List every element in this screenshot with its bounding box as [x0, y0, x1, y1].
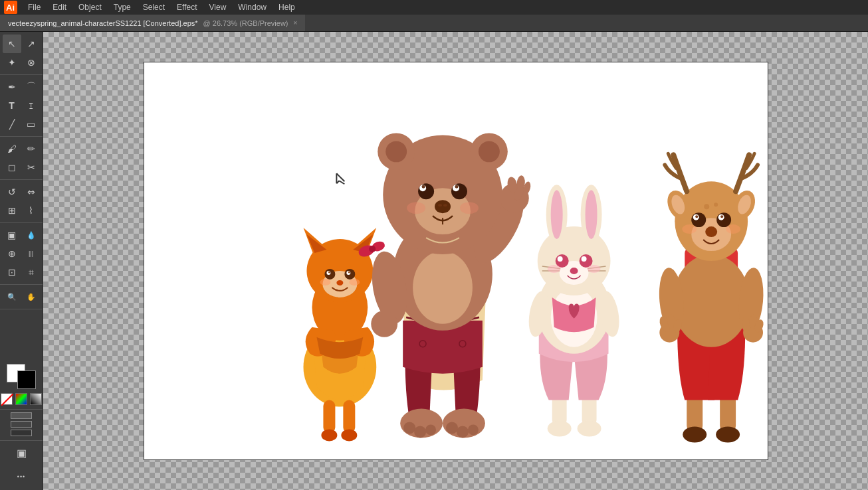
svg-point-68 — [577, 420, 601, 436]
stroke-swatch[interactable] — [17, 370, 36, 389]
menu-file[interactable]: File — [23, 1, 46, 13]
bar-graph-tool[interactable]: ||| — [22, 244, 41, 263]
scissors-tool[interactable]: ✂ — [22, 158, 41, 177]
magic-wand-tool[interactable]: ✦ — [3, 53, 21, 72]
svg-point-55 — [407, 202, 425, 214]
svg-point-61 — [425, 424, 436, 435]
svg-point-26 — [321, 429, 337, 441]
draw-normal[interactable] — [11, 412, 32, 419]
svg-point-122 — [695, 215, 698, 218]
artboard-tool[interactable]: ⊡ — [3, 263, 21, 282]
warp-tool[interactable]: ⌇ — [22, 201, 41, 220]
svg-point-13 — [369, 246, 376, 252]
menu-type[interactable]: Type — [108, 1, 136, 13]
gradient-tool[interactable]: ▣ — [3, 226, 21, 244]
svg-point-119 — [716, 212, 731, 227]
color-mode[interactable] — [15, 393, 27, 405]
pencil-tool[interactable]: ✏ — [22, 139, 41, 158]
rect-tool[interactable]: ▭ — [22, 115, 41, 133]
view-tools-group: 🔍 ✋ — [0, 287, 43, 309]
svg-point-85 — [570, 268, 578, 274]
svg-point-60 — [414, 426, 426, 438]
menu-help[interactable]: Help — [273, 1, 300, 13]
svg-point-59 — [403, 422, 415, 434]
menu-edit[interactable]: Edit — [47, 1, 72, 13]
document-tab[interactable]: vecteezyspring_animal-characterSS1221 [C… — [0, 15, 306, 31]
special-tools-group: ▣ 💧 ⊕ ||| ⊡ ⌗ — [0, 226, 43, 285]
curvature-tool[interactable]: ⌒ — [22, 78, 41, 96]
menu-window[interactable]: Window — [233, 1, 272, 13]
paintbrush-tool[interactable]: 🖌 — [3, 139, 21, 158]
draw-inside[interactable] — [11, 430, 32, 436]
svg-point-93 — [716, 426, 740, 442]
svg-point-125 — [682, 224, 697, 234]
svg-point-52 — [435, 200, 451, 213]
svg-point-56 — [459, 202, 478, 214]
blend-tool[interactable]: ⊕ — [3, 244, 21, 263]
menu-object[interactable]: Object — [73, 1, 107, 13]
menu-view[interactable]: View — [204, 1, 232, 13]
svg-point-64 — [467, 424, 478, 435]
reflect-tool[interactable]: ⇔ — [22, 183, 41, 201]
svg-point-124 — [705, 226, 717, 237]
slice-tool[interactable]: ⌗ — [22, 263, 41, 282]
lasso-tool[interactable]: ⊗ — [22, 53, 41, 72]
svg-point-44 — [478, 141, 499, 162]
menu-select[interactable]: Select — [138, 1, 170, 13]
none-swatch[interactable] — [1, 393, 13, 405]
tab-bar: vecteezyspring_animal-characterSS1221 [C… — [0, 15, 868, 32]
svg-point-63 — [456, 426, 468, 438]
more-tools-button[interactable]: ••• — [12, 467, 31, 486]
svg-point-118 — [691, 212, 706, 227]
canvas-area[interactable] — [43, 32, 868, 490]
touch-type-tool[interactable]: T̲ — [22, 96, 41, 115]
svg-point-83 — [557, 256, 562, 262]
tab-zoom-mode: @ 26.73% (RGB/Preview) — [203, 19, 288, 27]
svg-point-31 — [413, 251, 473, 324]
main-area: ↖ ↗ ✦ ⊗ ✒ ⌒ T T̲ ╱ ▭ 🖌 — [0, 32, 868, 490]
svg-point-33 — [371, 311, 397, 337]
svg-point-62 — [446, 422, 458, 434]
illustration — [144, 62, 768, 459]
svg-point-126 — [726, 224, 740, 234]
svg-point-87 — [587, 265, 600, 273]
svg-point-101 — [673, 254, 750, 347]
svg-rect-24 — [323, 400, 335, 434]
scale-tool[interactable]: ⊞ — [3, 201, 21, 220]
menu-bar: Ai File Edit Object Type Select Effect V… — [0, 0, 868, 15]
tab-close-button[interactable]: × — [294, 19, 298, 27]
zoom-tool[interactable]: 🔍 — [3, 287, 21, 306]
hand-tool[interactable]: ✋ — [22, 287, 41, 306]
transform-tools-group: ↺ ⇔ ⊞ ⌇ — [0, 183, 43, 223]
svg-rect-25 — [343, 400, 355, 434]
color-swatches — [0, 361, 43, 439]
menu-effect[interactable]: Effect — [171, 1, 202, 13]
tab-filename: vecteezyspring_animal-characterSS1221 [C… — [8, 19, 198, 27]
svg-point-50 — [421, 185, 425, 189]
svg-point-22 — [320, 279, 330, 286]
eraser-tool[interactable]: ◻ — [3, 158, 21, 177]
artboard — [144, 62, 768, 460]
rotate-tool[interactable]: ↺ — [3, 183, 21, 201]
svg-line-2 — [1, 394, 13, 406]
svg-point-75 — [585, 190, 597, 239]
draw-behind[interactable] — [11, 421, 32, 428]
gradient-mode[interactable] — [30, 393, 42, 405]
direct-select-tool[interactable]: ↗ — [22, 35, 41, 53]
svg-text:Ai: Ai — [6, 3, 15, 13]
svg-point-73 — [550, 190, 562, 239]
pen-tool[interactable]: ✒ — [3, 78, 21, 96]
svg-point-42 — [385, 141, 407, 162]
illustration-svg — [144, 62, 768, 460]
svg-point-20 — [348, 271, 350, 273]
draw-tools-group: ✒ ⌒ T T̲ ╱ ▭ — [0, 78, 43, 137]
svg-point-128 — [714, 203, 718, 206]
line-segment-tool[interactable]: ╱ — [3, 115, 21, 133]
svg-point-92 — [683, 426, 706, 442]
svg-point-21 — [336, 280, 343, 286]
type-tool[interactable]: T — [3, 96, 21, 115]
eyedropper-tool[interactable]: 💧 — [22, 226, 41, 244]
svg-point-27 — [341, 429, 357, 441]
selection-tool[interactable]: ↖ — [3, 35, 21, 53]
screen-mode-button[interactable]: ▣ — [12, 444, 31, 462]
